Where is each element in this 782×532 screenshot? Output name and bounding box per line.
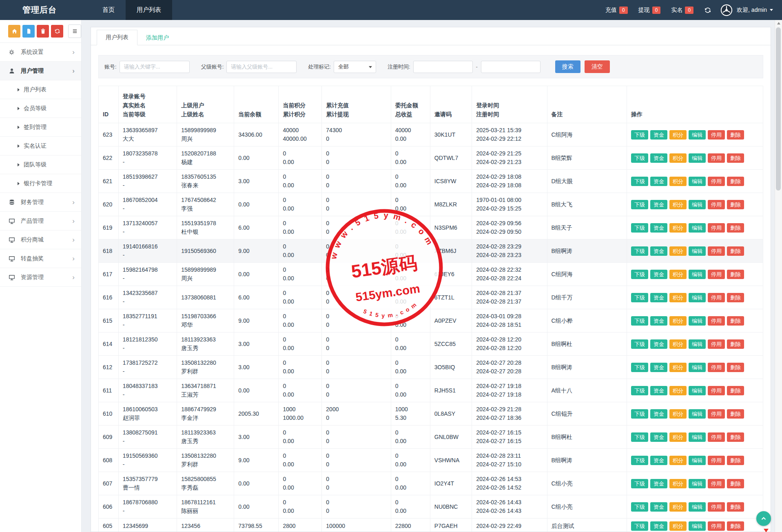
action-button[interactable]: 停用: [708, 502, 725, 512]
action-button[interactable]: 删除: [727, 409, 744, 419]
action-button[interactable]: 编辑: [689, 479, 706, 488]
action-button[interactable]: 停用: [708, 339, 725, 349]
action-button[interactable]: 编辑: [689, 177, 706, 186]
navbar-tab[interactable]: 首页: [91, 0, 126, 20]
regtime-start-input[interactable]: [413, 61, 473, 73]
action-button[interactable]: 停用: [708, 432, 725, 442]
action-button[interactable]: 停用: [708, 479, 725, 488]
sidebar-item[interactable]: 资源管理›: [0, 268, 81, 287]
welcome-dropdown[interactable]: 欢迎, admin: [737, 7, 773, 14]
action-button[interactable]: 停用: [708, 130, 725, 140]
action-button[interactable]: 停用: [708, 386, 725, 395]
sidebar-item[interactable]: 财务管理›: [0, 193, 81, 212]
action-button[interactable]: 积分: [669, 521, 687, 531]
action-button[interactable]: 删除: [727, 130, 744, 140]
action-button[interactable]: 编辑: [689, 409, 706, 419]
action-button[interactable]: 下级: [631, 246, 648, 256]
action-button[interactable]: 编辑: [689, 130, 706, 140]
sidebar-subitem[interactable]: 用户列表: [0, 80, 81, 99]
avatar[interactable]: [720, 4, 733, 16]
action-button[interactable]: 资金: [650, 502, 667, 512]
action-button[interactable]: 资金: [650, 456, 667, 465]
action-button[interactable]: 编辑: [689, 456, 706, 465]
action-button[interactable]: 编辑: [689, 363, 706, 372]
action-button[interactable]: 编辑: [689, 316, 706, 326]
action-button[interactable]: 资金: [650, 130, 667, 140]
action-button[interactable]: 编辑: [689, 502, 706, 512]
action-button[interactable]: 资金: [650, 200, 667, 209]
nav-stat[interactable]: 提现0: [638, 7, 661, 14]
action-button[interactable]: 下级: [631, 432, 648, 442]
action-button[interactable]: 删除: [727, 200, 744, 209]
action-button[interactable]: 资金: [650, 479, 667, 488]
action-button[interactable]: 停用: [708, 316, 725, 326]
action-button[interactable]: 编辑: [689, 223, 706, 233]
account-input[interactable]: [120, 61, 190, 73]
action-button[interactable]: 编辑: [689, 339, 706, 349]
sidebar-subitem[interactable]: 团队等级: [0, 155, 81, 174]
action-button[interactable]: 资金: [650, 270, 667, 279]
navbar-tab[interactable]: 用户列表: [126, 0, 172, 20]
action-button[interactable]: 删除: [727, 223, 744, 233]
action-button[interactable]: 下级: [631, 200, 648, 209]
refresh-icon[interactable]: [704, 7, 711, 14]
action-button[interactable]: 删除: [727, 339, 744, 349]
action-button[interactable]: 下级: [631, 177, 648, 186]
action-button[interactable]: 编辑: [689, 432, 706, 442]
action-button[interactable]: 积分: [669, 386, 687, 395]
action-button[interactable]: 下级: [631, 456, 648, 465]
sidebar-subitem[interactable]: 实名认证: [0, 137, 81, 155]
action-button[interactable]: 停用: [708, 200, 725, 209]
action-button[interactable]: 资金: [650, 521, 667, 531]
action-button[interactable]: 下级: [631, 479, 648, 488]
sidebar-item[interactable]: 转盘抽奖›: [0, 249, 81, 268]
action-button[interactable]: 删除: [727, 293, 744, 302]
sidebar-item[interactable]: 产品管理›: [0, 212, 81, 231]
action-button[interactable]: 资金: [650, 316, 667, 326]
action-button[interactable]: 编辑: [689, 200, 706, 209]
nav-stat[interactable]: 充值0: [605, 7, 628, 14]
action-button[interactable]: 删除: [727, 479, 744, 488]
sidebar-item[interactable]: 系统设置›: [0, 43, 81, 62]
action-button[interactable]: 下级: [631, 386, 648, 395]
sidebar-subitem[interactable]: 签到管理: [0, 118, 81, 137]
sidebar-subitem[interactable]: 银行卡管理: [0, 174, 81, 193]
flag-select[interactable]: 全部: [334, 61, 376, 73]
action-button[interactable]: 积分: [669, 502, 687, 512]
action-button[interactable]: 下级: [631, 223, 648, 233]
content-tab[interactable]: 添加用户: [137, 31, 177, 45]
trash-button[interactable]: [37, 25, 49, 38]
action-button[interactable]: 资金: [650, 409, 667, 419]
action-button[interactable]: 积分: [669, 409, 687, 419]
action-button[interactable]: 停用: [708, 153, 725, 163]
action-button[interactable]: 停用: [708, 409, 725, 419]
action-button[interactable]: 积分: [669, 293, 687, 302]
action-button[interactable]: 停用: [708, 293, 725, 302]
action-button[interactable]: 积分: [669, 200, 687, 209]
action-button[interactable]: 删除: [727, 270, 744, 279]
action-button[interactable]: 积分: [669, 456, 687, 465]
action-button[interactable]: 资金: [650, 293, 667, 302]
action-button[interactable]: 下级: [631, 409, 648, 419]
action-button[interactable]: 删除: [727, 316, 744, 326]
file-button[interactable]: [22, 25, 35, 38]
action-button[interactable]: 停用: [708, 270, 725, 279]
parent-account-input[interactable]: [226, 61, 297, 73]
action-button[interactable]: 编辑: [689, 246, 706, 256]
action-button[interactable]: 删除: [727, 521, 744, 531]
home-button[interactable]: [8, 25, 20, 38]
action-button[interactable]: 停用: [708, 521, 725, 531]
action-button[interactable]: 删除: [727, 246, 744, 256]
scroll-up-arrow[interactable]: [775, 20, 782, 27]
action-button[interactable]: 积分: [669, 316, 687, 326]
back-to-top-button[interactable]: [756, 511, 771, 526]
action-button[interactable]: 下级: [631, 502, 648, 512]
action-button[interactable]: 删除: [727, 363, 744, 372]
action-button[interactable]: 删除: [727, 502, 744, 512]
action-button[interactable]: 下级: [631, 521, 648, 531]
action-button[interactable]: 积分: [669, 153, 687, 163]
action-button[interactable]: 编辑: [689, 386, 706, 395]
action-button[interactable]: 编辑: [689, 270, 706, 279]
action-button[interactable]: 资金: [650, 223, 667, 233]
action-button[interactable]: 下级: [631, 316, 648, 326]
